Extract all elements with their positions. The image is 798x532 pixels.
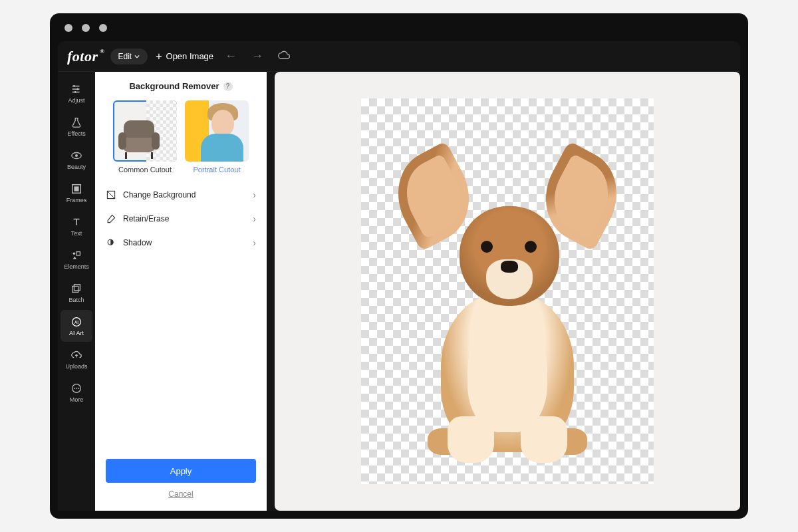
plus-icon: +	[156, 53, 162, 61]
portrait-cutout-option[interactable]: Portrait Cutout	[185, 100, 249, 174]
open-image-button[interactable]: + Open Image	[156, 51, 213, 61]
panel-footer: Apply Cancel	[106, 459, 256, 501]
app-shell: fotor Edit + Open Image ← → AdjustEffect…	[58, 41, 740, 511]
svg-point-16	[78, 388, 79, 389]
svg-text:AI: AI	[74, 319, 78, 324]
option-label: Shadow	[123, 238, 152, 247]
rail-item-label: AI Art	[69, 330, 84, 336]
common-cutout-thumb	[113, 100, 177, 162]
shadow-icon	[106, 237, 116, 248]
rail-item-label: More	[70, 396, 84, 403]
edit-menu-label: Edit	[118, 52, 132, 61]
rail-item-uploads[interactable]: Uploads	[61, 343, 92, 375]
panel-option-list: Change Background›Retain/Erase›Shadow›	[106, 183, 256, 255]
svg-point-0	[73, 85, 75, 87]
topbar: fotor Edit + Open Image ← →	[58, 41, 740, 72]
browser-frame: fotor Edit + Open Image ← → AdjustEffect…	[50, 13, 748, 519]
elements-icon	[70, 249, 82, 261]
transparent-canvas	[361, 98, 654, 484]
cutout-mode-group: Common Cutout Portrait Cutout	[106, 100, 256, 174]
rail-item-label: Adjust	[68, 97, 84, 104]
more-icon	[70, 382, 82, 394]
panel-title-row: Background Remover ?	[106, 81, 256, 91]
puppy-subject	[401, 140, 614, 472]
rail-item-beauty[interactable]: Beauty	[61, 144, 92, 176]
option-label: Retain/Erase	[123, 214, 169, 223]
text-icon	[70, 216, 82, 228]
undo-button[interactable]: ←	[221, 49, 240, 63]
window-dot[interactable]	[65, 24, 72, 32]
sliders-icon	[70, 83, 82, 95]
common-cutout-option[interactable]: Common Cutout	[113, 100, 177, 174]
rail-item-frames[interactable]: Frames	[61, 177, 92, 209]
cancel-link[interactable]: Cancel	[106, 489, 256, 499]
window-dot[interactable]	[82, 24, 90, 32]
frame-icon	[70, 183, 82, 195]
svg-rect-8	[76, 251, 80, 255]
redo-button[interactable]: →	[248, 49, 267, 63]
ai-icon: AI	[70, 316, 82, 328]
chevron-down-icon	[134, 55, 140, 59]
window-controls	[65, 24, 107, 32]
chevron-right-icon: ›	[253, 190, 256, 200]
help-icon[interactable]: ?	[223, 82, 233, 91]
rail-item-label: Frames	[66, 197, 87, 203]
option-shadow[interactable]: Shadow›	[106, 231, 256, 255]
brand-logo[interactable]: fotor	[67, 48, 102, 65]
svg-rect-6	[74, 186, 78, 191]
options-panel: Background Remover ? Common Cutout	[95, 72, 267, 511]
svg-point-7	[73, 252, 76, 255]
rail-item-elements[interactable]: Elements	[61, 243, 92, 275]
option-label: Change Background	[123, 190, 196, 200]
svg-point-15	[76, 388, 77, 389]
rail-item-adjust[interactable]: Adjust	[61, 77, 92, 109]
app-body: AdjustEffectsBeautyFramesTextElementsBat…	[58, 72, 740, 511]
batch-icon	[70, 283, 82, 295]
eraser-icon	[106, 213, 116, 224]
option-retain-erase[interactable]: Retain/Erase›	[106, 207, 256, 231]
rail-item-text[interactable]: Text	[61, 210, 92, 242]
canvas-area[interactable]	[275, 72, 740, 511]
svg-rect-10	[74, 284, 80, 290]
window-dot[interactable]	[99, 24, 107, 32]
rail-item-ai-art[interactable]: AIAI Art	[61, 310, 92, 342]
portrait-cutout-label: Portrait Cutout	[194, 166, 241, 174]
swap-icon	[106, 190, 116, 200]
rail-item-label: Batch	[68, 297, 84, 303]
armchair-illustration	[116, 111, 162, 159]
portrait-cutout-thumb	[185, 100, 249, 162]
apply-button[interactable]: Apply	[106, 459, 256, 483]
cloud-up-icon	[70, 349, 82, 361]
chevron-right-icon: ›	[253, 213, 256, 224]
open-image-label: Open Image	[166, 51, 214, 61]
svg-point-2	[74, 91, 76, 93]
cloud-sync-icon[interactable]	[275, 51, 293, 63]
person-illustration	[197, 102, 247, 162]
edit-menu-button[interactable]: Edit	[110, 49, 148, 65]
svg-point-4	[75, 154, 78, 157]
svg-point-14	[74, 388, 75, 389]
svg-rect-9	[72, 286, 78, 292]
rail-item-effects[interactable]: Effects	[61, 110, 92, 142]
rail-item-batch[interactable]: Batch	[61, 277, 92, 309]
left-tool-rail: AdjustEffectsBeautyFramesTextElementsBat…	[58, 72, 95, 511]
rail-item-label: Text	[71, 230, 82, 237]
common-cutout-label: Common Cutout	[118, 166, 172, 174]
svg-point-1	[76, 88, 78, 90]
rail-item-label: Uploads	[65, 363, 87, 370]
panel-title: Background Remover	[129, 81, 219, 91]
eye-icon	[70, 150, 82, 162]
flask-icon	[70, 116, 82, 128]
option-change-background[interactable]: Change Background›	[106, 183, 256, 207]
rail-item-label: Effects	[67, 130, 85, 137]
rail-item-label: Beauty	[67, 164, 86, 170]
chevron-right-icon: ›	[253, 237, 256, 248]
rail-item-more[interactable]: More	[61, 376, 92, 408]
rail-item-label: Elements	[64, 263, 89, 270]
